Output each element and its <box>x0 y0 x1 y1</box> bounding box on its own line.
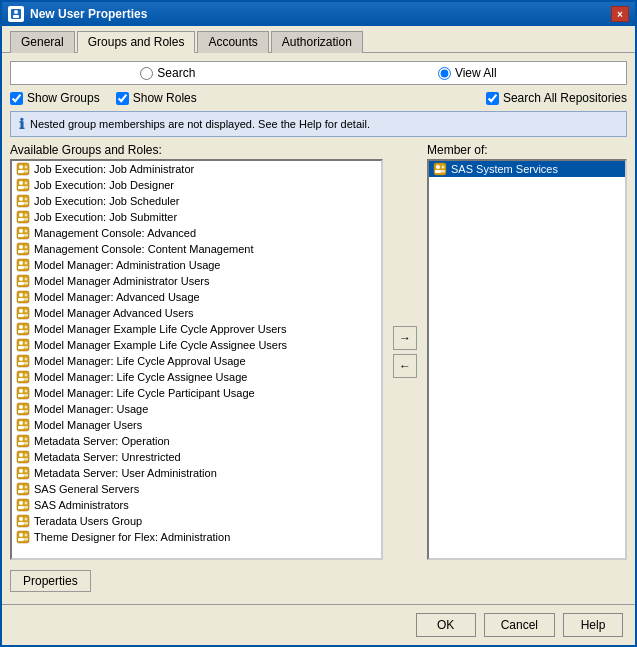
add-member-button[interactable]: → <box>393 326 417 350</box>
list-item[interactable]: Job Execution: Job Designer <box>12 177 381 193</box>
svg-rect-90 <box>18 442 24 445</box>
list-item-label: Metadata Server: User Administration <box>34 467 217 479</box>
list-item-label: Management Console: Content Management <box>34 243 254 255</box>
svg-point-16 <box>25 198 28 201</box>
svg-rect-13 <box>17 195 29 207</box>
info-icon: ℹ <box>19 116 24 132</box>
svg-rect-27 <box>24 234 28 237</box>
tab-authorization[interactable]: Authorization <box>271 31 363 53</box>
svg-point-101 <box>25 470 28 473</box>
available-listbox[interactable]: Job Execution: Job Administrator Job Exe… <box>10 159 383 560</box>
list-item[interactable]: Job Execution: Job Submitter <box>12 209 381 225</box>
svg-point-76 <box>25 390 28 393</box>
svg-rect-113 <box>17 515 29 527</box>
svg-point-14 <box>19 197 23 201</box>
properties-button[interactable]: Properties <box>10 570 91 592</box>
list-item[interactable]: Metadata Server: User Administration <box>12 465 381 481</box>
show-groups-checkbox[interactable] <box>10 92 23 105</box>
help-button[interactable]: Help <box>563 613 623 637</box>
list-item-label: Theme Designer for Flex: Administration <box>34 531 230 543</box>
close-button[interactable]: × <box>611 6 629 22</box>
list-item[interactable]: Metadata Server: Unrestricted <box>12 449 381 465</box>
list-item[interactable]: Metadata Server: Operation <box>12 433 381 449</box>
svg-point-36 <box>25 262 28 265</box>
list-item[interactable]: SAS Administrators <box>12 497 381 513</box>
list-item[interactable]: Model Manager: Administration Usage <box>12 257 381 273</box>
search-radio-label: Search <box>157 66 195 80</box>
list-item[interactable]: Model Manager Users <box>12 417 381 433</box>
list-item[interactable]: Theme Designer for Flex: Administration <box>12 529 381 545</box>
view-all-radio[interactable] <box>438 67 451 80</box>
svg-rect-48 <box>17 307 29 319</box>
list-item[interactable]: Model Manager: Life Cycle Participant Us… <box>12 385 381 401</box>
svg-point-56 <box>25 326 28 329</box>
tab-accounts[interactable]: Accounts <box>197 31 268 53</box>
search-radio-group: Search <box>140 66 195 80</box>
svg-rect-25 <box>18 234 24 237</box>
list-item[interactable]: Model Manager Example Life Cycle Approve… <box>12 321 381 337</box>
list-item[interactable]: Model Manager: Advanced Usage <box>12 289 381 305</box>
list-item[interactable]: Model Manager: Usage <box>12 401 381 417</box>
list-item[interactable]: SAS System Services <box>429 161 625 177</box>
list-item[interactable]: Model Manager Administrator Users <box>12 273 381 289</box>
list-item[interactable]: Model Manager Example Life Cycle Assigne… <box>12 337 381 353</box>
show-roles-label: Show Roles <box>133 91 197 105</box>
svg-rect-100 <box>18 474 24 477</box>
svg-rect-40 <box>18 282 24 285</box>
svg-point-99 <box>19 469 23 473</box>
info-message: Nested group memberships are not display… <box>30 118 370 130</box>
bottom-buttons: OK Cancel Help <box>2 604 635 645</box>
svg-rect-35 <box>18 266 24 269</box>
list-item-label: Teradata Users Group <box>34 515 142 527</box>
list-item-label: Job Execution: Job Administrator <box>34 163 194 175</box>
member-label: Member of: <box>427 143 627 157</box>
tab-groups-and-roles[interactable]: Groups and Roles <box>77 31 196 53</box>
list-item-label: Model Manager Users <box>34 419 142 431</box>
list-item[interactable]: Job Execution: Job Scheduler <box>12 193 381 209</box>
svg-point-26 <box>25 230 28 233</box>
svg-point-51 <box>25 310 28 313</box>
svg-point-34 <box>19 261 23 265</box>
member-listbox[interactable]: SAS System Services <box>427 159 627 560</box>
svg-rect-63 <box>17 355 29 367</box>
svg-point-124 <box>436 165 440 169</box>
search-radio[interactable] <box>140 67 153 80</box>
list-item[interactable]: Model Manager: Life Cycle Approval Usage <box>12 353 381 369</box>
show-roles-checkbox[interactable] <box>116 92 129 105</box>
list-item-label: Model Manager Advanced Users <box>34 307 194 319</box>
svg-rect-87 <box>24 426 28 429</box>
svg-rect-10 <box>18 186 24 189</box>
list-item-label: Metadata Server: Operation <box>34 435 170 447</box>
svg-rect-85 <box>18 426 24 429</box>
svg-rect-70 <box>18 378 24 381</box>
show-groups-group: Show Groups <box>10 91 100 105</box>
svg-rect-98 <box>17 467 29 479</box>
view-all-radio-label: View All <box>455 66 497 80</box>
svg-rect-117 <box>24 522 28 525</box>
tabs-bar: General Groups and Roles Accounts Author… <box>2 26 635 53</box>
tab-general[interactable]: General <box>10 31 75 53</box>
window-title: New User Properties <box>30 7 147 21</box>
list-item[interactable]: Teradata Users Group <box>12 513 381 529</box>
search-all-checkbox[interactable] <box>486 92 499 105</box>
svg-rect-95 <box>18 458 24 461</box>
radio-row: Search View All <box>10 61 627 85</box>
available-label: Available Groups and Roles: <box>10 143 383 157</box>
cancel-button[interactable]: Cancel <box>484 613 555 637</box>
search-all-label: Search All Repositories <box>503 91 627 105</box>
list-item[interactable]: SAS General Servers <box>12 481 381 497</box>
list-item[interactable]: Model Manager: Life Cycle Assignee Usage <box>12 369 381 385</box>
svg-point-59 <box>19 341 23 345</box>
list-item-label: SAS Administrators <box>34 499 129 511</box>
show-groups-label: Show Groups <box>27 91 100 105</box>
svg-rect-82 <box>24 410 28 413</box>
list-item[interactable]: Model Manager Advanced Users <box>12 305 381 321</box>
svg-point-84 <box>19 421 23 425</box>
list-item[interactable]: Job Execution: Job Administrator <box>12 161 381 177</box>
list-item[interactable]: Management Console: Content Management <box>12 241 381 257</box>
svg-rect-112 <box>24 506 28 509</box>
ok-button[interactable]: OK <box>416 613 476 637</box>
svg-rect-107 <box>24 490 28 493</box>
list-item[interactable]: Management Console: Advanced <box>12 225 381 241</box>
remove-member-button[interactable]: ← <box>393 354 417 378</box>
